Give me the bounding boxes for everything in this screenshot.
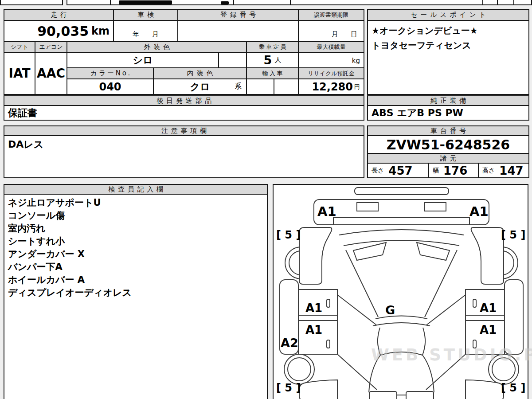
- notes-header: 注意事項欄: [4, 125, 364, 136]
- tire-grade-rear-left: [ 5 ]: [276, 382, 301, 394]
- spec-length-value: 457: [388, 164, 412, 177]
- equipment-header: 純正装備: [367, 95, 529, 106]
- cutoff-text-fragment: [221, 1, 229, 4]
- chassis-value: ZVW51-6248526: [367, 135, 529, 154]
- damage-label-door-front-right: A1: [480, 301, 497, 315]
- sales-point-line-2: トヨタセーフティセンス: [372, 38, 471, 53]
- aircon-header: エアコン: [35, 41, 67, 53]
- registration-header: 登録番号: [177, 9, 299, 21]
- roof: [369, 328, 434, 392]
- spec-length-label: 長さ: [372, 167, 384, 175]
- interior-color-suffix: 系: [235, 82, 242, 91]
- exterior-color-header: 外装色: [66, 41, 247, 53]
- import-car-header: 輸入車: [246, 67, 299, 79]
- sales-point-line-1: ★オークションデビュー★: [372, 23, 478, 38]
- damage-label-bumper-right: A1: [469, 204, 489, 219]
- car-damage-diagram: A1 A1 [ 5 ] [ 5 ] G A1 A1 A1 A1 A2 [ 5 ]…: [273, 184, 528, 399]
- capacity-unit: 人: [274, 56, 281, 64]
- damage-label-rocker-left: A2: [281, 336, 298, 350]
- mileage-header: 走行: [4, 9, 114, 21]
- fender-rear-left: [299, 380, 337, 399]
- cutoff-cell: [66, 0, 111, 5]
- cutoff-cell: [513, 0, 532, 5]
- auction-sheet: 走行 車検 登録番号 譲渡書類期限 90,035 km 年 月 月 日 シフト …: [0, 0, 532, 399]
- import-car-cell-1: [246, 78, 274, 95]
- cutoff-cell: [497, 0, 514, 5]
- damage-label-door-front-left: A1: [305, 301, 322, 315]
- inspector-header: 検査員記入欄: [4, 184, 268, 195]
- spec-height-value: 147: [499, 164, 523, 177]
- sales-point-header: セールスポイント: [367, 9, 529, 21]
- registration-value: [177, 20, 299, 42]
- pillar-line-rear-right: [426, 354, 466, 390]
- front-bumper: [314, 200, 489, 225]
- chassis-header: 車台番号: [367, 125, 529, 136]
- later-parts-header: 後日発送部品: [4, 95, 364, 106]
- cutoff-text-fragment: [119, 0, 172, 4]
- import-car-cell-2: [274, 78, 299, 95]
- spec-width-value: 176: [443, 164, 467, 177]
- rear-window: [380, 352, 422, 355]
- notes-value: DAレス: [4, 135, 364, 178]
- damage-label-hood: G: [385, 303, 395, 317]
- interior-color-text: クロ: [190, 80, 210, 94]
- spec-width: 幅 176: [428, 163, 479, 178]
- equipment-value: ABS エアB PS PW: [367, 105, 529, 121]
- later-parts-value: 保証書: [4, 105, 364, 121]
- recycle-unit: 円: [354, 83, 360, 91]
- inspector-line: コンソール傷: [8, 209, 65, 222]
- capacity-value: 5 人: [246, 52, 299, 68]
- cutoff-cell: [233, 0, 291, 5]
- mileage-value: 90,035 km: [4, 20, 114, 42]
- cutoff-cell: [482, 0, 498, 5]
- recycle-deposit-value: 12,280 円: [298, 78, 364, 95]
- damage-label-door-rear-right: A1: [480, 323, 497, 336]
- specs-header: 諸元: [367, 153, 529, 164]
- inspector-line: ネジ止ロアサポートU: [8, 196, 101, 209]
- inspector-line: バンパー下A: [8, 261, 63, 274]
- maxload-value: kg: [298, 52, 364, 68]
- spec-height: 高さ 147: [478, 163, 529, 178]
- sales-point-content: ★オークションデビュー★ トヨタセーフティセンス: [367, 20, 529, 95]
- rocker-panel-right: [505, 280, 523, 354]
- cutoff-cell: [0, 0, 63, 5]
- doors-left: [298, 289, 337, 354]
- fender-rear-right: [466, 380, 504, 399]
- interior-color-value: クロ 系: [153, 78, 247, 95]
- shift-value: IAT: [4, 52, 35, 95]
- mileage-number: 90,035: [37, 23, 89, 39]
- interior-color-header: 内装色: [153, 67, 247, 79]
- inspector-line: 室内汚れ: [8, 222, 46, 235]
- transfer-docs-header: 譲渡書類期限: [298, 9, 364, 21]
- cutoff-cell: [290, 0, 483, 5]
- capacity-header: 乗車定員: [246, 41, 299, 53]
- damage-label-door-rear-left: A1: [305, 323, 322, 336]
- transfer-docs-value: 月 日: [298, 20, 364, 42]
- car-top-view: A1 A1 [ 5 ] [ 5 ] G A1 A1 A1 A1 A2 [ 5 ]…: [274, 185, 529, 399]
- inspector-line: ホイールカバー A: [8, 274, 85, 286]
- color-no-header: カラーNo.: [66, 67, 154, 79]
- inspector-notes: ネジ止ロアサポートU コンソール傷 室内汚れ シートすれ小 アンダーカバー X …: [4, 194, 268, 399]
- inspector-line: アンダーカバー X: [8, 248, 85, 261]
- aircon-value: AAC: [35, 52, 67, 95]
- shaken-header: 車検: [113, 9, 178, 21]
- mileage-unit: km: [91, 25, 110, 37]
- exterior-color-value: シロ: [66, 52, 219, 68]
- license-plate-bar: [355, 188, 449, 195]
- inspector-line: ディスプレイオーディオレス: [8, 286, 132, 299]
- shift-header: シフト: [4, 41, 35, 53]
- recycle-number: 12,280: [312, 81, 353, 93]
- pillar-line-rear-left: [337, 354, 377, 390]
- tire-grade-rear-right: [ 5 ]: [501, 382, 525, 394]
- inspector-line: シートすれ小: [8, 235, 65, 248]
- fender-front-left: [299, 227, 332, 284]
- spec-height-label: 高さ: [482, 167, 495, 175]
- tire-grade-front-right: [ 5 ]: [501, 229, 525, 241]
- wheel-rear-right: [489, 354, 519, 384]
- windshield: [339, 230, 464, 260]
- maxload-header: 最大積載量: [298, 41, 364, 53]
- doors-right: [466, 289, 505, 354]
- rear-bumper: [369, 391, 434, 399]
- wiper-right: [417, 243, 450, 260]
- color-no-value: 040: [66, 78, 154, 95]
